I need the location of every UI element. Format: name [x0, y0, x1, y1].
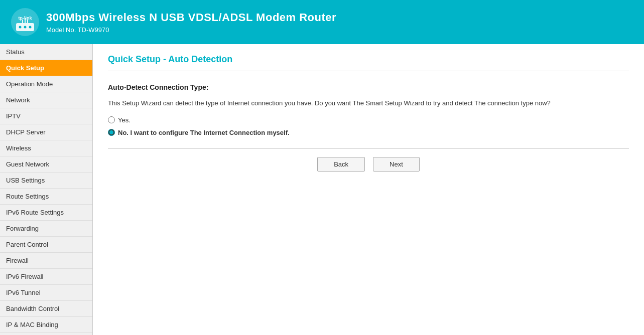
sidebar-item-forwarding[interactable]: Forwarding	[0, 221, 92, 237]
main-layout: StatusQuick SetupOperation ModeNetworkIP…	[0, 44, 644, 335]
radio-no-option: No. I want to configure The Internet Con…	[108, 129, 629, 136]
radio-yes-label: Yes.	[118, 116, 131, 124]
sidebar-item-ipv6-route-settings[interactable]: IPv6 Route Settings	[0, 205, 92, 221]
svg-point-3	[19, 26, 22, 29]
sidebar-item-ipv6-tunnel[interactable]: IPv6 Tunnel	[0, 285, 92, 301]
sidebar-item-dynamic-dns[interactable]: Dynamic DNS	[0, 333, 92, 335]
sidebar-item-firewall[interactable]: Firewall	[0, 253, 92, 269]
header: tp-link 300Mbps Wireless N USB VDSL/ADSL…	[0, 0, 644, 44]
back-button[interactable]: Back	[317, 157, 365, 172]
sidebar-item-operation-mode[interactable]: Operation Mode	[0, 76, 92, 92]
svg-point-4	[24, 26, 27, 29]
sidebar-item-ip-mac-binding[interactable]: IP & MAC Binding	[0, 317, 92, 333]
bottom-divider	[108, 148, 629, 149]
sidebar-item-network[interactable]: Network	[0, 92, 92, 108]
button-row: Back Next	[108, 157, 629, 172]
sidebar-item-quick-setup[interactable]: Quick Setup	[0, 60, 92, 76]
sidebar-item-bandwidth-control[interactable]: Bandwidth Control	[0, 301, 92, 317]
model-number: Model No. TD-W9970	[46, 26, 336, 34]
page-title: Quick Setup - Auto Detection	[108, 54, 629, 65]
sidebar-item-wireless[interactable]: Wireless	[0, 140, 92, 156]
content-area: Quick Setup - Auto Detection Auto-Detect…	[93, 44, 644, 335]
sidebar-item-status[interactable]: Status	[0, 44, 92, 60]
sidebar-item-dhcp-server[interactable]: DHCP Server	[0, 124, 92, 140]
sidebar-item-ipv6-firewall[interactable]: IPv6 Firewall	[0, 269, 92, 285]
description-text: This Setup Wizard can detect the type of…	[108, 98, 629, 108]
product-name: 300Mbps Wireless N USB VDSL/ADSL Modem R…	[46, 11, 336, 24]
radio-no[interactable]	[108, 129, 115, 136]
sidebar-item-route-settings[interactable]: Route Settings	[0, 189, 92, 205]
sidebar-item-parent-control[interactable]: Parent Control	[0, 237, 92, 253]
logo-area: tp-link 300Mbps Wireless N USB VDSL/ADSL…	[10, 7, 336, 37]
radio-no-label: No. I want to configure The Internet Con…	[118, 129, 290, 136]
radio-yes-option: Yes.	[108, 116, 629, 124]
sidebar: StatusQuick SetupOperation ModeNetworkIP…	[0, 44, 93, 335]
svg-point-5	[29, 26, 32, 29]
radio-yes[interactable]	[108, 116, 115, 123]
sidebar-item-guest-network[interactable]: Guest Network	[0, 156, 92, 173]
top-divider	[108, 71, 629, 71]
section-title: Auto-Detect Connection Type:	[108, 83, 629, 91]
next-button[interactable]: Next	[373, 157, 420, 172]
sidebar-item-iptv[interactable]: IPTV	[0, 108, 92, 124]
tp-link-logo: tp-link	[10, 7, 40, 37]
sidebar-item-usb-settings[interactable]: USB Settings	[0, 173, 92, 189]
header-title: 300Mbps Wireless N USB VDSL/ADSL Modem R…	[46, 11, 336, 34]
